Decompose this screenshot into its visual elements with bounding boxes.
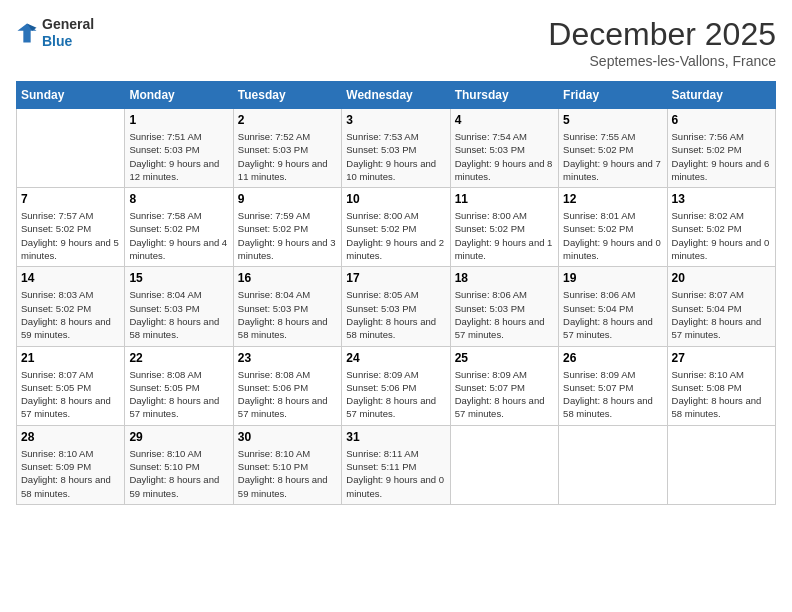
day-info: Sunrise: 8:07 AMSunset: 5:04 PMDaylight:… xyxy=(672,288,771,341)
day-number: 6 xyxy=(672,113,771,127)
calendar-cell: 6Sunrise: 7:56 AMSunset: 5:02 PMDaylight… xyxy=(667,109,775,188)
day-info: Sunrise: 8:02 AMSunset: 5:02 PMDaylight:… xyxy=(672,209,771,262)
svg-marker-0 xyxy=(17,23,36,42)
day-number: 12 xyxy=(563,192,662,206)
day-number: 22 xyxy=(129,351,228,365)
day-number: 11 xyxy=(455,192,554,206)
day-info: Sunrise: 8:09 AMSunset: 5:06 PMDaylight:… xyxy=(346,368,445,421)
calendar-cell: 1Sunrise: 7:51 AMSunset: 5:03 PMDaylight… xyxy=(125,109,233,188)
calendar-week-row: 14Sunrise: 8:03 AMSunset: 5:02 PMDayligh… xyxy=(17,267,776,346)
weekday-header-friday: Friday xyxy=(559,82,667,109)
day-number: 17 xyxy=(346,271,445,285)
calendar-cell xyxy=(559,425,667,504)
day-info: Sunrise: 7:53 AMSunset: 5:03 PMDaylight:… xyxy=(346,130,445,183)
day-number: 1 xyxy=(129,113,228,127)
day-number: 7 xyxy=(21,192,120,206)
day-info: Sunrise: 8:09 AMSunset: 5:07 PMDaylight:… xyxy=(455,368,554,421)
calendar-cell: 14Sunrise: 8:03 AMSunset: 5:02 PMDayligh… xyxy=(17,267,125,346)
day-info: Sunrise: 7:59 AMSunset: 5:02 PMDaylight:… xyxy=(238,209,337,262)
day-number: 31 xyxy=(346,430,445,444)
day-info: Sunrise: 8:09 AMSunset: 5:07 PMDaylight:… xyxy=(563,368,662,421)
logo-text: General Blue xyxy=(42,16,94,50)
day-number: 29 xyxy=(129,430,228,444)
day-info: Sunrise: 7:51 AMSunset: 5:03 PMDaylight:… xyxy=(129,130,228,183)
calendar-week-row: 28Sunrise: 8:10 AMSunset: 5:09 PMDayligh… xyxy=(17,425,776,504)
day-info: Sunrise: 8:04 AMSunset: 5:03 PMDaylight:… xyxy=(129,288,228,341)
calendar-cell xyxy=(17,109,125,188)
calendar-cell: 11Sunrise: 8:00 AMSunset: 5:02 PMDayligh… xyxy=(450,188,558,267)
day-number: 15 xyxy=(129,271,228,285)
day-info: Sunrise: 8:11 AMSunset: 5:11 PMDaylight:… xyxy=(346,447,445,500)
calendar-cell: 7Sunrise: 7:57 AMSunset: 5:02 PMDaylight… xyxy=(17,188,125,267)
weekday-header-sunday: Sunday xyxy=(17,82,125,109)
day-number: 8 xyxy=(129,192,228,206)
calendar-cell: 27Sunrise: 8:10 AMSunset: 5:08 PMDayligh… xyxy=(667,346,775,425)
day-info: Sunrise: 7:55 AMSunset: 5:02 PMDaylight:… xyxy=(563,130,662,183)
weekday-header-thursday: Thursday xyxy=(450,82,558,109)
day-number: 2 xyxy=(238,113,337,127)
calendar-cell: 28Sunrise: 8:10 AMSunset: 5:09 PMDayligh… xyxy=(17,425,125,504)
day-number: 25 xyxy=(455,351,554,365)
day-info: Sunrise: 8:10 AMSunset: 5:10 PMDaylight:… xyxy=(238,447,337,500)
day-number: 18 xyxy=(455,271,554,285)
day-info: Sunrise: 7:56 AMSunset: 5:02 PMDaylight:… xyxy=(672,130,771,183)
day-info: Sunrise: 8:04 AMSunset: 5:03 PMDaylight:… xyxy=(238,288,337,341)
calendar-week-row: 1Sunrise: 7:51 AMSunset: 5:03 PMDaylight… xyxy=(17,109,776,188)
calendar-cell: 25Sunrise: 8:09 AMSunset: 5:07 PMDayligh… xyxy=(450,346,558,425)
calendar-cell: 8Sunrise: 7:58 AMSunset: 5:02 PMDaylight… xyxy=(125,188,233,267)
calendar-cell xyxy=(450,425,558,504)
day-info: Sunrise: 8:10 AMSunset: 5:10 PMDaylight:… xyxy=(129,447,228,500)
calendar-cell: 13Sunrise: 8:02 AMSunset: 5:02 PMDayligh… xyxy=(667,188,775,267)
calendar-cell: 30Sunrise: 8:10 AMSunset: 5:10 PMDayligh… xyxy=(233,425,341,504)
day-number: 26 xyxy=(563,351,662,365)
day-number: 13 xyxy=(672,192,771,206)
calendar-cell: 31Sunrise: 8:11 AMSunset: 5:11 PMDayligh… xyxy=(342,425,450,504)
calendar-week-row: 7Sunrise: 7:57 AMSunset: 5:02 PMDaylight… xyxy=(17,188,776,267)
logo: General Blue xyxy=(16,16,94,50)
day-number: 4 xyxy=(455,113,554,127)
calendar-cell: 26Sunrise: 8:09 AMSunset: 5:07 PMDayligh… xyxy=(559,346,667,425)
day-number: 14 xyxy=(21,271,120,285)
calendar-table: SundayMondayTuesdayWednesdayThursdayFrid… xyxy=(16,81,776,505)
calendar-cell: 23Sunrise: 8:08 AMSunset: 5:06 PMDayligh… xyxy=(233,346,341,425)
weekday-header-tuesday: Tuesday xyxy=(233,82,341,109)
day-number: 3 xyxy=(346,113,445,127)
calendar-cell: 2Sunrise: 7:52 AMSunset: 5:03 PMDaylight… xyxy=(233,109,341,188)
day-info: Sunrise: 8:03 AMSunset: 5:02 PMDaylight:… xyxy=(21,288,120,341)
day-info: Sunrise: 8:10 AMSunset: 5:08 PMDaylight:… xyxy=(672,368,771,421)
day-number: 5 xyxy=(563,113,662,127)
day-info: Sunrise: 8:10 AMSunset: 5:09 PMDaylight:… xyxy=(21,447,120,500)
calendar-cell: 22Sunrise: 8:08 AMSunset: 5:05 PMDayligh… xyxy=(125,346,233,425)
day-number: 19 xyxy=(563,271,662,285)
day-number: 21 xyxy=(21,351,120,365)
calendar-cell: 21Sunrise: 8:07 AMSunset: 5:05 PMDayligh… xyxy=(17,346,125,425)
weekday-header-monday: Monday xyxy=(125,82,233,109)
day-info: Sunrise: 7:52 AMSunset: 5:03 PMDaylight:… xyxy=(238,130,337,183)
logo-icon xyxy=(16,22,38,44)
day-info: Sunrise: 7:58 AMSunset: 5:02 PMDaylight:… xyxy=(129,209,228,262)
day-number: 20 xyxy=(672,271,771,285)
calendar-cell: 3Sunrise: 7:53 AMSunset: 5:03 PMDaylight… xyxy=(342,109,450,188)
day-info: Sunrise: 8:07 AMSunset: 5:05 PMDaylight:… xyxy=(21,368,120,421)
day-number: 30 xyxy=(238,430,337,444)
calendar-cell xyxy=(667,425,775,504)
calendar-cell: 9Sunrise: 7:59 AMSunset: 5:02 PMDaylight… xyxy=(233,188,341,267)
day-info: Sunrise: 7:57 AMSunset: 5:02 PMDaylight:… xyxy=(21,209,120,262)
calendar-cell: 17Sunrise: 8:05 AMSunset: 5:03 PMDayligh… xyxy=(342,267,450,346)
weekday-header-saturday: Saturday xyxy=(667,82,775,109)
day-info: Sunrise: 8:08 AMSunset: 5:06 PMDaylight:… xyxy=(238,368,337,421)
calendar-week-row: 21Sunrise: 8:07 AMSunset: 5:05 PMDayligh… xyxy=(17,346,776,425)
day-number: 9 xyxy=(238,192,337,206)
day-number: 23 xyxy=(238,351,337,365)
day-info: Sunrise: 8:06 AMSunset: 5:03 PMDaylight:… xyxy=(455,288,554,341)
day-number: 10 xyxy=(346,192,445,206)
weekday-header-row: SundayMondayTuesdayWednesdayThursdayFrid… xyxy=(17,82,776,109)
calendar-cell: 15Sunrise: 8:04 AMSunset: 5:03 PMDayligh… xyxy=(125,267,233,346)
calendar-cell: 20Sunrise: 8:07 AMSunset: 5:04 PMDayligh… xyxy=(667,267,775,346)
day-info: Sunrise: 8:06 AMSunset: 5:04 PMDaylight:… xyxy=(563,288,662,341)
title-area: December 2025 Septemes-les-Vallons, Fran… xyxy=(548,16,776,69)
day-info: Sunrise: 8:08 AMSunset: 5:05 PMDaylight:… xyxy=(129,368,228,421)
calendar-cell: 10Sunrise: 8:00 AMSunset: 5:02 PMDayligh… xyxy=(342,188,450,267)
calendar-cell: 29Sunrise: 8:10 AMSunset: 5:10 PMDayligh… xyxy=(125,425,233,504)
day-info: Sunrise: 8:01 AMSunset: 5:02 PMDaylight:… xyxy=(563,209,662,262)
